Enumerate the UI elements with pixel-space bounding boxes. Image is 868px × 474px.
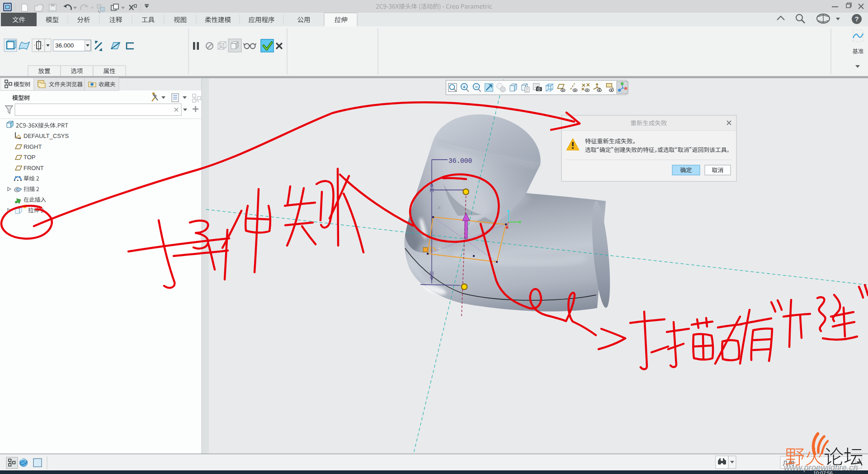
svg-text:TOP: TOP [24,154,36,161]
svg-text:36.000: 36.000 [55,42,74,49]
svg-text:RIGHT: RIGHT [24,143,42,150]
svg-text:?: ? [854,15,859,23]
svg-text:.X:: .X: [437,205,442,210]
svg-text:+: + [463,84,466,90]
svg-text:www.proewildfire.cn: www.proewildfire.cn [784,463,858,472]
svg-text:36.000: 36.000 [448,157,472,165]
svg-text:DEFAULT_CSYS: DEFAULT_CSYS [24,133,69,139]
svg-text:−: − [475,84,477,90]
svg-text:FRONT: FRONT [24,165,44,171]
